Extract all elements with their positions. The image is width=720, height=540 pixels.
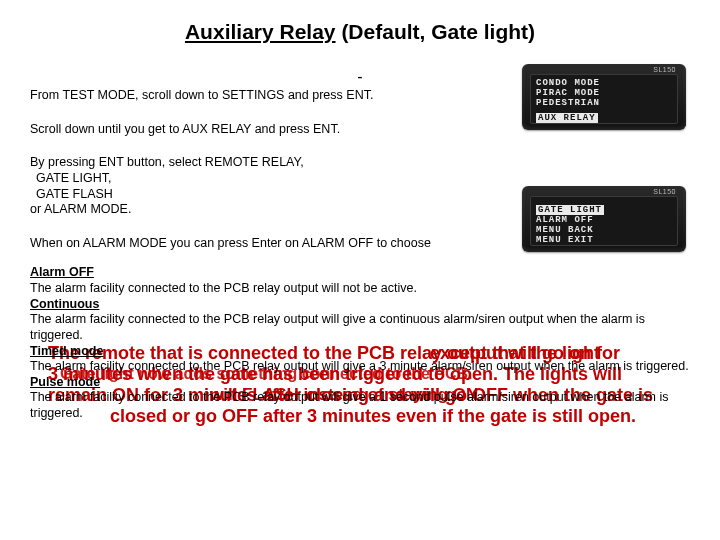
lcd2-line2: ALARM OFF: [536, 215, 672, 225]
title-rest: (Default, Gate light): [336, 20, 536, 43]
alarm-timed-text: The alarm facility connected to the PCB …: [30, 359, 689, 373]
lcd1-line3: PEDESTRIAN: [536, 98, 672, 108]
title-underline: Auxiliary Relay: [185, 20, 336, 43]
lcd1-line4-selected: AUX RELAY: [536, 113, 598, 123]
step-3-line1: By pressing ENT button, select REMOTE RE…: [30, 155, 304, 169]
lcd-model-label: SL150: [653, 188, 676, 195]
lcd1-line1: CONDO MODE: [536, 78, 672, 88]
lcd-content: GATE LIGHT ALARM OFF MENU BACK MENU EXIT: [530, 196, 678, 246]
lcd-screen-1: SL150 CONDO MODE PIRAC MODE PEDESTRIAN A…: [522, 64, 686, 130]
alarm-continuous-text: The alarm facility connected to the PCB …: [30, 312, 645, 342]
lcd2-line3: MENU BACK: [536, 225, 672, 235]
lcd-content: CONDO MODE PIRAC MODE PEDESTRIAN AUX REL…: [530, 74, 678, 124]
step-3-line4: or ALARM MODE.: [30, 202, 131, 216]
alarm-section: Alarm OFF The alarm facility connected t…: [30, 265, 690, 421]
lcd1-line2: PIRAC MODE: [536, 88, 672, 98]
lcd2-line4: MENU EXIT: [536, 235, 672, 245]
alarm-continuous-heading: Continuous: [30, 297, 690, 313]
page-title: Auxiliary Relay (Default, Gate light): [30, 20, 690, 44]
alarm-timed-heading: Timed mode: [30, 344, 690, 360]
alarm-off-text: The alarm facility connected to the PCB …: [30, 281, 417, 295]
alarm-pulse-heading: Pulse mode: [30, 375, 690, 391]
lcd-screen-2: SL150 GATE LIGHT ALARM OFF MENU BACK MEN…: [522, 186, 686, 252]
step-3-line2: GATE LIGHT,: [36, 171, 690, 187]
alarm-off-heading: Alarm OFF: [30, 265, 690, 281]
lcd2-line1-selected: GATE LIGHT: [536, 205, 604, 215]
lcd-model-label: SL150: [653, 66, 676, 73]
alarm-pulse-text: The alarm facility connected to the PCB …: [30, 390, 669, 420]
